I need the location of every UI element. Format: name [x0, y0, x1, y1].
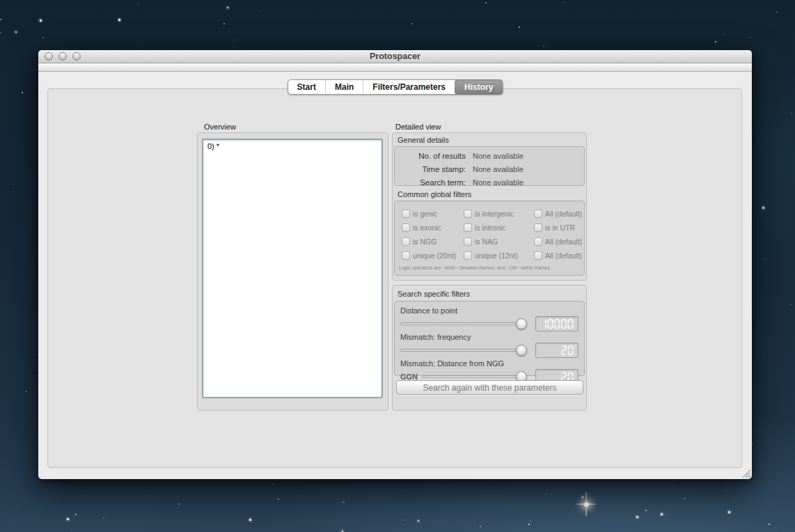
- checkbox-unique-20nt[interactable]: unique (20nt): [402, 251, 464, 260]
- slider-track[interactable]: [400, 349, 526, 352]
- star: [233, 40, 234, 40]
- star: [0, 32, 1, 33]
- slider-knob[interactable]: [516, 318, 527, 329]
- checkbox-is-ngg[interactable]: is NGG: [402, 237, 464, 246]
- checkbox-unique-12nt[interactable]: unique (12nt): [464, 251, 534, 260]
- star: [40, 19, 42, 22]
- star: [118, 19, 120, 21]
- checkbox-label: is NAG: [475, 237, 498, 246]
- star: [752, 444, 753, 445]
- tab-history[interactable]: History: [455, 79, 503, 95]
- checkbox-all-default[interactable]: All (default): [534, 251, 584, 260]
- slider-label: Mismatch: Distance from NGG: [400, 359, 578, 368]
- star: [776, 12, 778, 13]
- star: [750, 37, 750, 38]
- detail-row-value: None available: [473, 165, 524, 173]
- star: [684, 498, 685, 499]
- star: [661, 513, 663, 515]
- checkbox-label: is genic: [413, 210, 438, 218]
- star: [273, 484, 274, 485]
- resize-grip-icon[interactable]: [740, 467, 750, 478]
- star: [42, 37, 44, 38]
- checkbox-is-in-utr[interactable]: is in UTR: [534, 223, 584, 232]
- star: [769, 524, 770, 525]
- slider-row-distance-to-point: [400, 315, 578, 331]
- checkbox-box[interactable]: [534, 224, 542, 232]
- checkbox-is-intronic[interactable]: is intronic: [464, 223, 534, 232]
- checkbox-is-genic[interactable]: is genic: [402, 209, 464, 218]
- star: [728, 511, 730, 513]
- checkbox-box[interactable]: [402, 224, 410, 232]
- logic-operators-note: Logic operators are ~AND~ between frames…: [395, 260, 584, 270]
- checkbox-label: is NGG: [413, 237, 436, 246]
- star: [33, 354, 34, 356]
- window-title: Protospacer: [38, 50, 752, 63]
- overview-groupbox: 0) *: [197, 132, 388, 411]
- star: [762, 207, 764, 209]
- star: [790, 304, 791, 305]
- detail-groupbox-bottom: Search specific filters Distance to poin…: [392, 285, 587, 411]
- star: [71, 529, 72, 529]
- star: [249, 519, 251, 521]
- history-list[interactable]: 0) *: [202, 139, 383, 398]
- star: [343, 501, 344, 503]
- checkbox-box[interactable]: [464, 251, 472, 260]
- title-bar[interactable]: Protospacer: [38, 50, 752, 63]
- star: [491, 480, 492, 481]
- slider-track[interactable]: [400, 322, 526, 325]
- star: [0, 19, 1, 20]
- checkbox-box[interactable]: [534, 251, 542, 260]
- checkbox-label: unique (20nt): [413, 251, 456, 260]
- slider-track[interactable]: [422, 375, 526, 378]
- star: [75, 514, 77, 515]
- tab-bar: StartMainFilters/ParametersHistory: [288, 79, 503, 95]
- star: [141, 42, 142, 43]
- star: [22, 92, 23, 93]
- checkbox-all-default[interactable]: All (default): [534, 237, 584, 246]
- star: [178, 503, 180, 505]
- detail-row-value: None available: [473, 152, 524, 160]
- checkbox-is-exonic[interactable]: is exonic: [402, 223, 464, 232]
- slider-knob[interactable]: [516, 345, 527, 356]
- star: [715, 41, 716, 42]
- star: [519, 26, 520, 28]
- list-item[interactable]: 0) *: [203, 140, 381, 150]
- lcd-display: [535, 343, 578, 358]
- general-details-rows: No. of resultsNone availableTime stamp:N…: [395, 147, 584, 190]
- close-button[interactable]: [45, 52, 53, 61]
- tab-filters-parameters[interactable]: Filters/Parameters: [363, 80, 455, 94]
- checkbox-all-default[interactable]: All (default): [534, 209, 584, 218]
- checkbox-box[interactable]: [534, 237, 542, 246]
- checkbox-is-intergenic[interactable]: is intergenic: [464, 209, 534, 218]
- star: [551, 494, 553, 495]
- checkbox-box[interactable]: [402, 210, 410, 218]
- checkbox-box[interactable]: [464, 224, 472, 232]
- checkbox-box[interactable]: [464, 237, 472, 246]
- star: [673, 480, 674, 481]
- desktop: Protospacer StartMainFilters/ParametersH…: [0, 0, 795, 532]
- checkbox-label: is intronic: [475, 224, 505, 232]
- star: [278, 499, 279, 500]
- search-specific-filters-box: Distance to pointMismatch: frequencyMism…: [394, 301, 585, 376]
- tab-start[interactable]: Start: [288, 80, 326, 94]
- star: [645, 510, 647, 511]
- toolbar-strip: [38, 63, 752, 72]
- tab-main[interactable]: Main: [326, 80, 363, 94]
- zoom-button[interactable]: [72, 52, 81, 61]
- star: [778, 441, 779, 442]
- search-again-button[interactable]: Search again with these parameters: [396, 380, 583, 395]
- checkbox-label: All (default): [545, 237, 582, 246]
- detailed-view-label: Detailed view: [395, 123, 441, 131]
- general-detail-row: Search term:None available: [395, 175, 584, 189]
- minimize-button[interactable]: [58, 52, 67, 61]
- lcd-display: [535, 316, 578, 331]
- checkbox-box[interactable]: [402, 251, 410, 260]
- protospacer-window: Protospacer StartMainFilters/ParametersH…: [38, 50, 752, 479]
- checkbox-box[interactable]: [534, 210, 542, 218]
- checkbox-is-nag[interactable]: is NAG: [464, 237, 534, 246]
- checkbox-box[interactable]: [464, 210, 472, 218]
- star: [223, 23, 225, 24]
- slider-label: Distance to point: [400, 306, 578, 315]
- common-global-filters-box: is genicis intergenicAll (default)is exo…: [394, 201, 585, 276]
- checkbox-box[interactable]: [402, 237, 410, 246]
